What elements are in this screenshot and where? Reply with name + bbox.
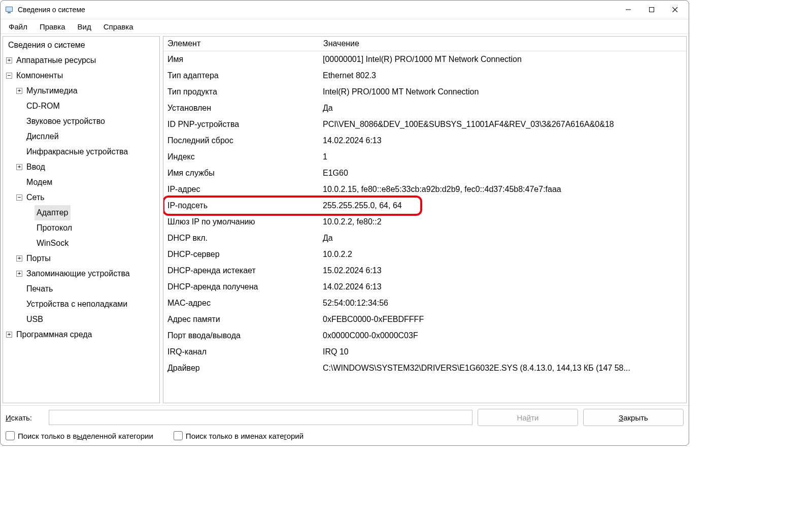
tree-cdrom[interactable]: CD-ROM	[3, 99, 159, 114]
list-row[interactable]: Тип адаптераEthernet 802.3	[163, 68, 686, 84]
expand-icon[interactable]: +	[16, 88, 22, 94]
maximize-button[interactable]	[640, 2, 663, 18]
cell-element: Индекс	[163, 151, 319, 162]
list-row[interactable]: Шлюз IP по умолчанию10.0.2.2, fe80::2	[163, 214, 686, 230]
tree-components[interactable]: − Компоненты	[3, 68, 159, 83]
menubar: Файл Правка Вид Справка	[1, 19, 689, 34]
cell-value: Intel(R) PRO/1000 MT Network Connection	[319, 86, 686, 98]
list-row[interactable]: IP-адрес10.0.2.15, fe80::e8e5:33cb:a92b:…	[163, 181, 686, 198]
tree-usb[interactable]: USB	[3, 312, 159, 327]
cell-value: E1G60	[319, 168, 686, 179]
tree-storage[interactable]: + Запоминающие устройства	[3, 266, 159, 281]
expand-icon[interactable]: +	[16, 164, 22, 170]
close-search-button[interactable]: Закрыть	[583, 409, 684, 426]
checkbox-icon	[6, 431, 15, 440]
expand-icon[interactable]: +	[6, 57, 12, 63]
list-row[interactable]: Индекс1	[163, 149, 686, 165]
cell-value: 15.02.2024 6:13	[319, 265, 686, 276]
window-controls	[617, 2, 687, 18]
list-row[interactable]: УстановленДа	[163, 100, 686, 116]
list-row[interactable]: DHCP вкл.Да	[163, 230, 686, 246]
tree-infrared[interactable]: Инфракрасные устройства	[3, 144, 159, 159]
tree-label: Звуковое устройство	[24, 114, 107, 129]
list-row[interactable]: Имя службыE1G60	[163, 165, 686, 181]
list-row[interactable]: Порт ввода/вывода0x0000C000-0x0000C03F	[163, 328, 686, 344]
cell-element: Имя службы	[163, 168, 319, 179]
list-row[interactable]: DHCP-аренда истекает15.02.2024 6:13	[163, 263, 686, 279]
list-row[interactable]: DHCP-сервер10.0.2.2	[163, 246, 686, 263]
tree-label: Устройства с неполадками	[24, 297, 129, 312]
list-header: Элемент Значение	[163, 37, 686, 51]
tree-label: Дисплей	[24, 129, 61, 144]
tree-winsock[interactable]: WinSock	[3, 236, 159, 251]
tree-label: Мультимедиа	[24, 83, 80, 99]
collapse-icon[interactable]: −	[16, 194, 22, 201]
tree-modem[interactable]: Модем	[3, 175, 159, 190]
list-row[interactable]: IRQ-каналIRQ 10	[163, 344, 686, 360]
tree-network[interactable]: − Сеть	[3, 190, 159, 205]
cell-element: DHCP вкл.	[163, 233, 319, 244]
tree-label: Запоминающие устройства	[24, 266, 132, 281]
find-button[interactable]: Найти	[478, 409, 578, 426]
list-row[interactable]: DHCP-аренда получена14.02.2024 6:13	[163, 279, 686, 295]
tree-input[interactable]: + Ввод	[3, 159, 159, 175]
list-row[interactable]: Последний сброс14.02.2024 6:13	[163, 133, 686, 149]
tree-label: Адаптер	[35, 205, 71, 220]
tree-sound[interactable]: Звуковое устройство	[3, 114, 159, 129]
tree-label: Инфракрасные устройства	[24, 144, 130, 159]
tree-adapter[interactable]: Адаптер	[3, 205, 159, 220]
close-button[interactable]	[663, 2, 687, 18]
tree-label: Программная среда	[14, 327, 94, 342]
tree-label: Сеть	[24, 190, 47, 205]
cell-element: Тип адаптера	[163, 70, 319, 81]
checkbox-category-names[interactable]: Поиск только в именах категорий	[174, 431, 303, 440]
tree-label: Сведения о системе	[6, 38, 87, 53]
cell-value: 0x0000C000-0x0000C03F	[319, 330, 686, 341]
collapse-icon[interactable]: −	[6, 73, 12, 79]
expand-icon[interactable]: +	[6, 332, 12, 338]
tree-label: Компоненты	[14, 68, 65, 83]
cell-element: DHCP-аренда истекает	[163, 265, 319, 276]
list-row[interactable]: Тип продуктаIntel(R) PRO/1000 MT Network…	[163, 84, 686, 100]
cell-element: Установлен	[163, 103, 319, 114]
app-icon	[5, 5, 14, 14]
checkbox-selected-category[interactable]: Поиск только в выделенной категории	[6, 431, 153, 440]
details-list: Элемент Значение Имя[00000001] Intel(R) …	[163, 36, 687, 403]
expand-icon[interactable]: +	[16, 271, 22, 277]
list-body[interactable]: Имя[00000001] Intel(R) PRO/1000 MT Netwo…	[163, 51, 686, 403]
list-row[interactable]: MAC-адрес52:54:00:12:34:56	[163, 295, 686, 311]
tree-print[interactable]: Печать	[3, 281, 159, 297]
tree-software[interactable]: + Программная среда	[3, 327, 159, 342]
cell-element: Шлюз IP по умолчанию	[163, 216, 319, 228]
list-row[interactable]: ID PNP-устройстваPCI\VEN_8086&DEV_100E&S…	[163, 116, 686, 133]
system-info-window: Сведения о системе Файл Правка Вид Справ…	[0, 0, 689, 446]
list-row[interactable]: Адрес памяти0xFEBC0000-0xFEBDFFFF	[163, 311, 686, 328]
column-element[interactable]: Элемент	[163, 38, 319, 49]
tree-multimedia[interactable]: + Мультимедиа	[3, 83, 159, 99]
tree-ports[interactable]: + Порты	[3, 251, 159, 266]
cell-element: IP-подсеть	[163, 200, 319, 211]
minimize-button[interactable]	[617, 2, 640, 18]
menu-view[interactable]: Вид	[72, 19, 97, 34]
titlebar: Сведения о системе	[1, 1, 689, 19]
cell-element: ID PNP-устройства	[163, 119, 319, 130]
list-row[interactable]: IP-подсеть255.255.255.0, 64, 64	[163, 198, 686, 214]
column-value[interactable]: Значение	[319, 38, 686, 49]
tree-protocol[interactable]: Протокол	[3, 220, 159, 236]
menu-edit[interactable]: Правка	[33, 19, 72, 34]
search-input[interactable]	[49, 410, 472, 425]
list-row[interactable]: ДрайверC:\WINDOWS\SYSTEM32\DRIVERS\E1G60…	[163, 360, 686, 376]
tree-problem[interactable]: Устройства с неполадками	[3, 297, 159, 312]
menu-file[interactable]: Файл	[3, 19, 33, 34]
cell-value: IRQ 10	[319, 346, 686, 358]
tree-hardware[interactable]: + Аппаратные ресурсы	[3, 53, 159, 68]
cell-element: DHCP-аренда получена	[163, 281, 319, 292]
cell-value: C:\WINDOWS\SYSTEM32\DRIVERS\E1G6032E.SYS…	[319, 363, 686, 374]
menu-help[interactable]: Справка	[97, 19, 140, 34]
expand-icon[interactable]: +	[16, 255, 22, 262]
tree-display[interactable]: Дисплей	[3, 129, 159, 144]
list-row[interactable]: Имя[00000001] Intel(R) PRO/1000 MT Netwo…	[163, 51, 686, 68]
category-tree[interactable]: Сведения о системе + Аппаратные ресурсы …	[3, 36, 160, 403]
tree-root-node[interactable]: Сведения о системе	[3, 38, 159, 53]
cell-element: Имя	[163, 54, 319, 65]
